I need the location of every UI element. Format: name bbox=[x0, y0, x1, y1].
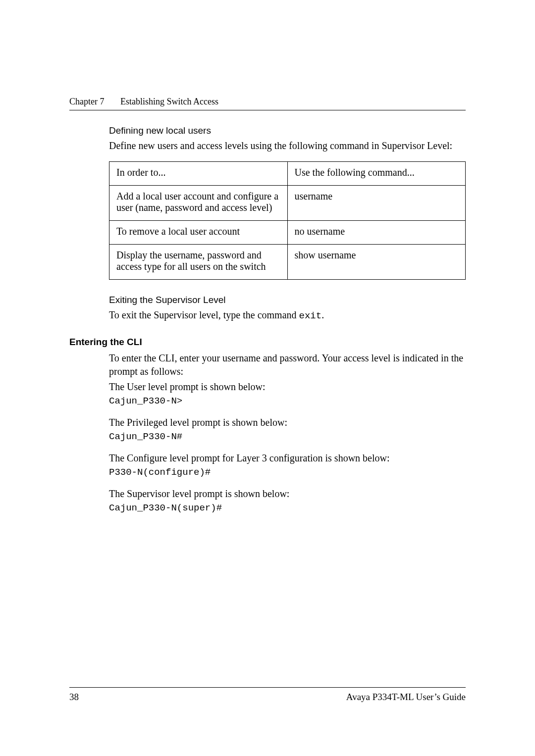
command-table: In order to... Use the following command… bbox=[109, 161, 466, 280]
table-header-cell: Use the following command... bbox=[287, 162, 466, 186]
table-row: Add a local user account and configure a… bbox=[109, 186, 466, 221]
paragraph: The Privileged level prompt is shown bel… bbox=[109, 416, 466, 429]
table-cell: Add a local user account and configure a… bbox=[109, 186, 288, 221]
table-cell: Display the username, password and acces… bbox=[109, 245, 288, 280]
code-line: Cajun_P330-N> bbox=[109, 396, 466, 406]
table-header-cell: In order to... bbox=[109, 162, 288, 186]
page-number: 38 bbox=[69, 692, 79, 703]
header-chapter: Chapter 7 bbox=[69, 97, 104, 106]
paragraph: The User level prompt is shown below: bbox=[109, 380, 466, 394]
table-cell: no username bbox=[287, 221, 466, 245]
header-title: Establishing Switch Access bbox=[120, 97, 218, 106]
paragraph: To exit the Supervisor level, type the c… bbox=[109, 308, 466, 323]
text: To exit the Supervisor level, type the c… bbox=[109, 309, 299, 320]
table-row: To remove a local user account no userna… bbox=[109, 221, 466, 245]
code-line: Cajun_P330-N(super)# bbox=[109, 503, 466, 513]
inline-command: exit bbox=[299, 310, 322, 321]
paragraph: Define new users and access levels using… bbox=[109, 139, 466, 152]
code-line: Cajun_P330-N# bbox=[109, 431, 466, 442]
table-row: Display the username, password and acces… bbox=[109, 245, 466, 280]
table-header-row: In order to... Use the following command… bbox=[109, 162, 466, 186]
guide-title: Avaya P334T-ML User’s Guide bbox=[346, 692, 466, 703]
table-cell: To remove a local user account bbox=[109, 221, 288, 245]
subheading-defining: Defining new local users bbox=[109, 125, 466, 136]
subheading-exiting: Exiting the Supervisor Level bbox=[109, 295, 466, 305]
page-footer: 38 Avaya P334T-ML User’s Guide bbox=[69, 692, 466, 703]
paragraph: The Configure level prompt for Layer 3 c… bbox=[109, 452, 466, 465]
page: Chapter 7 Establishing Switch Access Def… bbox=[0, 0, 535, 756]
paragraph: To enter the CLI, enter your username an… bbox=[109, 352, 466, 378]
running-header: Chapter 7 Establishing Switch Access bbox=[69, 97, 466, 107]
paragraph: The Supervisor level prompt is shown bel… bbox=[109, 487, 466, 501]
section-entering-cli: To enter the CLI, enter your username an… bbox=[109, 352, 466, 513]
header-rule bbox=[69, 110, 466, 110]
table-cell: username bbox=[287, 186, 466, 221]
section-defining-users: Defining new local users Define new user… bbox=[109, 125, 466, 323]
code-line: P330-N(configure)# bbox=[109, 467, 466, 478]
heading-entering-cli: Entering the CLI bbox=[69, 337, 466, 348]
text: . bbox=[321, 309, 324, 320]
footer-rule bbox=[69, 687, 466, 688]
table-cell: show username bbox=[287, 245, 466, 280]
